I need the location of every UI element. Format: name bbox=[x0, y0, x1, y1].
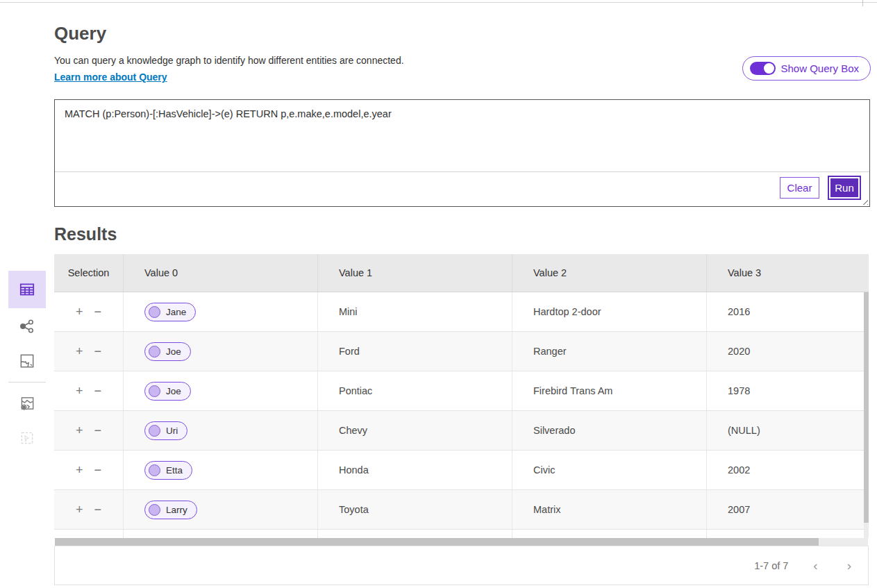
value3-cell: (NULL) bbox=[707, 411, 869, 450]
entity-node-icon bbox=[149, 385, 160, 397]
run-button[interactable]: Run bbox=[828, 176, 861, 200]
remove-from-selection-button[interactable]: − bbox=[94, 305, 102, 318]
entity-chip[interactable]: Uri bbox=[144, 421, 187, 440]
add-to-selection-button[interactable]: + bbox=[76, 385, 83, 397]
table-row-partial bbox=[54, 530, 869, 538]
value0-cell bbox=[124, 530, 318, 538]
value0-cell: Joe bbox=[124, 332, 318, 371]
column-header-value1[interactable]: Value 1 bbox=[318, 254, 512, 292]
entity-chip[interactable]: Joe bbox=[144, 382, 191, 401]
entity-name: Uri bbox=[166, 426, 178, 436]
top-divider bbox=[0, 2, 877, 3]
horizontal-scrollbar-thumb[interactable] bbox=[55, 538, 819, 546]
value2-cell bbox=[512, 530, 707, 538]
table-row: + − Joe Ford Ranger 2020 bbox=[54, 332, 869, 371]
toggle-switch-icon[interactable] bbox=[750, 62, 776, 75]
query-editor-panel: MATCH (p:Person)-[:HasVehicle]->(e) RETU… bbox=[54, 99, 870, 207]
map-icon bbox=[18, 352, 36, 370]
value2-cell: Ranger bbox=[512, 332, 707, 371]
entity-name: Jane bbox=[166, 307, 186, 317]
vertical-scrollbar[interactable] bbox=[864, 292, 869, 538]
query-page: Query You can query a knowledge graph to… bbox=[0, 0, 877, 588]
toggle-label: Show Query Box bbox=[780, 62, 859, 74]
learn-more-link[interactable]: Learn more about Query bbox=[54, 72, 167, 83]
textarea-resize-handle[interactable] bbox=[860, 197, 868, 205]
column-header-selection[interactable]: Selection bbox=[54, 254, 124, 292]
table-header-row: Selection Value 0 Value 1 Value 2 Value … bbox=[54, 254, 869, 292]
table-body: + − Jane Mini Hardtop 2-door 2016 + − bbox=[54, 292, 869, 538]
add-to-selection-button[interactable]: + bbox=[76, 424, 83, 437]
page-scrollbar-tick bbox=[862, 0, 863, 6]
selection-cell: + − bbox=[54, 371, 124, 410]
table-row: + − Larry Toyota Matrix 2007 bbox=[54, 490, 869, 530]
toggle-knob bbox=[764, 63, 774, 74]
value3-cell: 1978 bbox=[707, 371, 869, 410]
link-chart-icon bbox=[18, 317, 36, 335]
add-to-selection-button[interactable]: + bbox=[76, 305, 83, 318]
column-header-value2[interactable]: Value 2 bbox=[512, 254, 707, 292]
entity-node-icon bbox=[149, 306, 160, 318]
new-map-from-results-button[interactable] bbox=[8, 387, 46, 420]
show-query-box-toggle[interactable]: Show Query Box bbox=[742, 56, 871, 81]
vertical-scrollbar-thumb[interactable] bbox=[864, 292, 869, 523]
selection-cell: + − bbox=[54, 490, 124, 529]
remove-from-selection-button[interactable]: − bbox=[94, 385, 102, 397]
value0-cell: Joe bbox=[124, 371, 318, 410]
remove-from-selection-button[interactable]: − bbox=[94, 503, 102, 516]
add-to-selection-button[interactable]: + bbox=[76, 464, 83, 476]
value2-cell: Civic bbox=[512, 451, 707, 489]
table-row: + − Uri Chevy Silverado (NULL) bbox=[54, 411, 869, 451]
entity-name: Etta bbox=[166, 465, 183, 476]
value0-cell: Uri bbox=[124, 411, 318, 450]
next-page-button[interactable]: › bbox=[843, 557, 855, 573]
column-header-value0[interactable]: Value 0 bbox=[124, 254, 318, 292]
table-view-button[interactable] bbox=[8, 271, 46, 308]
selection-cell: + − bbox=[54, 411, 124, 450]
value3-cell bbox=[707, 530, 869, 538]
remove-from-selection-button[interactable]: − bbox=[94, 464, 102, 476]
selection-cell: + − bbox=[54, 332, 124, 371]
previous-page-button[interactable]: ‹ bbox=[809, 557, 821, 573]
selection-cell bbox=[54, 530, 124, 538]
value3-cell: 2007 bbox=[707, 490, 869, 529]
entity-node-icon bbox=[149, 346, 160, 358]
value0-cell: Larry bbox=[124, 490, 318, 529]
value3-cell: 2016 bbox=[707, 292, 869, 331]
column-header-value3[interactable]: Value 3 bbox=[707, 254, 869, 292]
value1-cell: Toyota bbox=[318, 490, 512, 529]
remove-from-selection-button[interactable]: − bbox=[94, 345, 102, 358]
value2-cell: Firebird Trans Am bbox=[512, 371, 707, 410]
value1-cell: Honda bbox=[318, 451, 512, 489]
add-to-selection-button[interactable]: + bbox=[76, 345, 83, 358]
pagination: 1-7 of 7 ‹ › bbox=[754, 557, 868, 573]
results-table: Selection Value 0 Value 1 Value 2 Value … bbox=[54, 254, 869, 538]
value0-cell: Etta bbox=[124, 451, 318, 489]
entity-node-icon bbox=[149, 464, 160, 476]
entity-chip[interactable]: Jane bbox=[144, 303, 196, 321]
clear-button[interactable]: Clear bbox=[780, 177, 819, 199]
add-to-selection-button[interactable]: + bbox=[76, 503, 83, 516]
map-view-button[interactable] bbox=[8, 344, 46, 378]
entity-chip[interactable]: Joe bbox=[144, 342, 191, 361]
value1-cell: Chevy bbox=[318, 411, 512, 450]
remove-from-selection-button[interactable]: − bbox=[94, 424, 102, 437]
entity-node-icon bbox=[149, 504, 160, 516]
value3-cell: 2002 bbox=[707, 451, 869, 489]
selection-cell: + − bbox=[54, 292, 124, 331]
table-row: + − Etta Honda Civic 2002 bbox=[54, 451, 869, 490]
entity-chip[interactable]: Larry bbox=[144, 501, 197, 519]
entity-chip[interactable]: Etta bbox=[144, 461, 192, 480]
entity-name: Larry bbox=[166, 505, 187, 515]
new-map-icon bbox=[18, 394, 36, 412]
entity-node-icon bbox=[149, 425, 160, 437]
entity-name: Joe bbox=[166, 386, 181, 396]
query-textarea[interactable]: MATCH (p:Person)-[:HasVehicle]->(e) RETU… bbox=[55, 100, 869, 172]
table-footer: 1-7 of 7 ‹ › bbox=[54, 546, 869, 585]
value2-cell: Silverado bbox=[512, 411, 707, 450]
query-description: You can query a knowledge graph to ident… bbox=[54, 55, 404, 66]
value2-cell: Matrix bbox=[512, 490, 707, 529]
link-chart-view-button[interactable] bbox=[8, 310, 46, 343]
horizontal-scrollbar[interactable] bbox=[55, 538, 868, 546]
table-icon bbox=[18, 280, 36, 299]
value2-cell: Hardtop 2-door bbox=[512, 292, 707, 331]
